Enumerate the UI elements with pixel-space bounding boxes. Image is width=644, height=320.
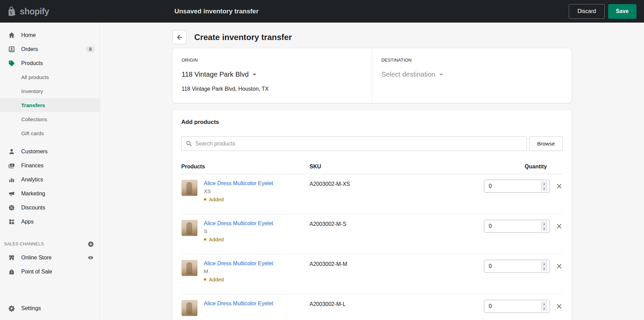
shopify-wordmark: shopify [20, 7, 49, 16]
products-icon [8, 60, 15, 67]
column-quantity: Quantity [484, 164, 563, 170]
main-content: Create inventory transfer ORIGIN 118 Vin… [100, 23, 644, 320]
spinner-down-icon[interactable]: ▼ [541, 267, 547, 271]
product-link[interactable]: Alice Dress Multicolor Eyelet [204, 260, 273, 266]
locations-card: ORIGIN 118 Vintage Park Blvd 118 Vintage… [172, 48, 571, 103]
sidebar-item-finances[interactable]: Finances [0, 158, 100, 172]
search-box[interactable] [181, 136, 527, 151]
browse-button[interactable]: Browse [529, 136, 563, 151]
close-icon [556, 303, 563, 310]
analytics-icon [8, 176, 15, 183]
orders-count-badge: 8 [86, 46, 95, 52]
sales-channels-header: SALES CHANNELS [0, 238, 100, 251]
product-sku: A2003002-M-L [310, 300, 484, 320]
page-title: Create inventory transfer [194, 33, 292, 42]
finances-icon [8, 162, 15, 169]
origin-section: ORIGIN 118 Vintage Park Blvd 118 Vintage… [172, 48, 372, 103]
product-thumbnail [181, 260, 198, 276]
product-link[interactable]: Alice Dress Multicolor Eyelet [204, 180, 273, 186]
destination-select[interactable]: Select destination [381, 71, 571, 78]
apps-icon [8, 218, 15, 225]
remove-row-button[interactable] [556, 183, 563, 190]
sidebar-item-transfers[interactable]: Transfers [0, 98, 100, 112]
column-sku: SKU [310, 164, 484, 170]
sidebar-item-collections[interactable]: Collections [0, 112, 100, 126]
spinner-up-icon[interactable]: ▲ [541, 181, 547, 186]
close-icon [556, 263, 563, 270]
product-link[interactable]: Alice Dress Multicolor Eyelet [204, 300, 273, 306]
origin-label: ORIGIN [182, 57, 372, 63]
spinner-down-icon[interactable]: ▼ [541, 307, 547, 311]
remove-row-button[interactable] [556, 303, 563, 310]
sidebar-item-discounts[interactable]: Discounts [0, 201, 100, 215]
discard-button[interactable]: Discard [569, 4, 604, 19]
sidebar-item-analytics[interactable]: Analytics [0, 172, 100, 187]
spinner-down-icon[interactable]: ▼ [541, 227, 547, 231]
product-sku: A2003002-M-XS [310, 180, 484, 214]
spinner-down-icon[interactable]: ▼ [541, 187, 547, 191]
sidebar-item-gift-cards[interactable]: Gift cards [0, 126, 100, 140]
quantity-input[interactable] [484, 303, 541, 309]
sidebar-item-marketing[interactable]: Marketing [0, 187, 100, 201]
quantity-input[interactable] [484, 263, 541, 269]
table-row: Alice Dress Multicolor Eyelet XS Added A… [181, 174, 563, 214]
table-row: Alice Dress Multicolor Eyelet M Added A2… [181, 254, 563, 294]
product-status: Added [204, 196, 273, 202]
sidebar-item-home[interactable]: Home [0, 28, 100, 42]
quantity-input[interactable] [484, 183, 541, 189]
topbar: shopify Unsaved inventory transfer Disca… [0, 0, 644, 23]
topbar-actions: Discard Save [569, 4, 636, 19]
save-button[interactable]: Save [608, 4, 636, 19]
home-icon [8, 32, 15, 39]
topbar-title: Unsaved inventory transfer [174, 8, 259, 15]
origin-address: 118 Vintage Park Blvd, Houston, TX [182, 86, 372, 92]
sidebar-item-settings[interactable]: Settings [0, 301, 100, 315]
destination-section: DESTINATION Select destination [372, 48, 571, 103]
status-dot [204, 238, 206, 241]
column-products: Products [181, 164, 310, 170]
origin-select[interactable]: 118 Vintage Park Blvd [182, 71, 372, 78]
remove-row-button[interactable] [556, 223, 563, 230]
add-products-card: Add products Browse Products SKU Quantit… [172, 110, 571, 320]
customers-icon [8, 148, 15, 155]
sidebar-item-orders[interactable]: Orders 8 [0, 42, 100, 56]
quantity-stepper[interactable]: ▲ ▼ [484, 260, 550, 273]
sidebar-item-products[interactable]: Products [0, 56, 100, 70]
quantity-stepper[interactable]: ▲ ▼ [484, 180, 550, 193]
product-status: Added [204, 236, 273, 242]
shopify-logo[interactable]: shopify [0, 5, 100, 17]
sidebar: Home Orders 8 Products All products Inve… [0, 23, 100, 320]
sidebar-item-all-products[interactable]: All products [0, 70, 100, 84]
search-input[interactable] [195, 141, 522, 147]
product-sku: A2003002-M-M [310, 260, 484, 294]
sidebar-item-inventory[interactable]: Inventory [0, 84, 100, 98]
product-sku: A2003002-M-S [310, 220, 484, 254]
quantity-input[interactable] [484, 223, 541, 229]
sidebar-item-online-store[interactable]: Online Store [0, 251, 100, 265]
back-arrow-icon [176, 34, 183, 41]
spinner-up-icon[interactable]: ▲ [541, 302, 547, 306]
table-row: Alice Dress Multicolor Eyelet A2003002-M… [181, 294, 563, 320]
point-of-sale-icon [8, 268, 15, 275]
spinner-up-icon[interactable]: ▲ [541, 261, 547, 266]
product-variant: XS [204, 188, 273, 194]
product-variant: M [204, 268, 273, 274]
remove-row-button[interactable] [556, 263, 563, 270]
view-eye-icon[interactable] [87, 254, 94, 261]
sidebar-item-apps[interactable]: Apps [0, 215, 100, 229]
quantity-stepper[interactable]: ▲ ▼ [484, 220, 550, 233]
orders-icon [8, 46, 15, 53]
spinner-up-icon[interactable]: ▲ [541, 221, 547, 226]
discounts-icon [8, 204, 15, 211]
online-store-icon [8, 254, 15, 261]
status-dot [204, 198, 206, 201]
sidebar-item-point-of-sale[interactable]: Point of Sale [0, 265, 100, 279]
back-button[interactable] [172, 30, 186, 44]
close-icon [556, 183, 563, 190]
add-channel-icon[interactable] [88, 241, 94, 247]
shopify-bag-icon [6, 5, 17, 17]
sidebar-item-customers[interactable]: Customers [0, 144, 100, 158]
product-link[interactable]: Alice Dress Multicolor Eyelet [204, 220, 273, 226]
quantity-stepper[interactable]: ▲ ▼ [484, 300, 550, 313]
add-products-heading: Add products [181, 119, 563, 126]
